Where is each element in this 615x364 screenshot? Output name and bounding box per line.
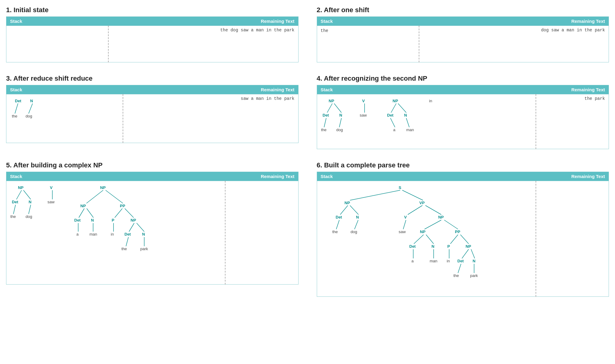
svg-text:Det: Det [323, 113, 329, 117]
row-3: 5. After building a complex NP Stack Rem… [6, 161, 609, 300]
svg-text:NP: NP [393, 99, 398, 103]
svg-text:Det: Det [387, 113, 394, 117]
section-5-table: Stack Remaining Text NP V [6, 172, 299, 285]
section-2: 2. After one shift Stack Remaining Text … [317, 6, 609, 62]
svg-line-3 [29, 103, 33, 114]
svg-text:man: man [430, 259, 437, 263]
svg-text:in: in [429, 99, 432, 103]
row-2: 3. After reduce shift reduce Stack Remai… [6, 75, 609, 152]
svg-text:the: the [453, 273, 459, 278]
svg-text:N: N [29, 200, 31, 204]
svg-text:dog: dog [26, 214, 32, 219]
svg-text:the: the [12, 114, 17, 118]
s2-stack-header: Stack [317, 17, 419, 26]
s5-remaining-cell [225, 181, 298, 285]
svg-line-68 [350, 190, 400, 200]
section-5-title: 5. After building a complex NP [6, 161, 299, 169]
s4-stack-cell: NP V NP in Det N [317, 94, 536, 149]
svg-line-73 [350, 205, 358, 215]
svg-line-24 [390, 118, 395, 127]
svg-line-90 [414, 235, 424, 244]
svg-line-26 [406, 118, 409, 127]
section-3-table: Stack Remaining Text Det N [6, 85, 299, 143]
svg-line-99 [460, 235, 469, 244]
s6-stack-header: Stack [317, 172, 536, 181]
s5-stack-cell: NP V NP Det N [6, 181, 225, 285]
svg-line-10 [327, 103, 332, 113]
section-4: 4. After recognizing the second NP Stack… [317, 75, 609, 149]
svg-text:N: N [142, 232, 145, 236]
main-container: 1. Initial state Stack Remaining Text th… [6, 6, 609, 300]
s4-stack-header: Stack [317, 85, 536, 94]
section-3: 3. After reduce shift reduce Stack Remai… [6, 75, 299, 149]
svg-line-22 [339, 118, 341, 127]
s4-remaining-header: Remaining Text [536, 85, 609, 94]
svg-text:P: P [447, 244, 450, 249]
svg-text:NP: NP [438, 215, 444, 219]
svg-line-41 [86, 190, 103, 203]
s6-stack-cell: S NP VP Det N [317, 181, 536, 297]
svg-text:in: in [111, 232, 114, 236]
s1-stack-header: Stack [6, 17, 109, 26]
svg-text:man: man [406, 128, 414, 132]
svg-line-78 [355, 220, 358, 229]
svg-line-98 [450, 235, 458, 244]
svg-text:a: a [76, 232, 79, 236]
s3-stack-cell: Det N the dog [6, 94, 123, 143]
svg-line-72 [340, 205, 348, 215]
s1-remaining-header: Remaining Text [108, 17, 298, 26]
svg-line-42 [106, 190, 123, 203]
svg-text:the: the [121, 247, 127, 251]
svg-text:man: man [89, 232, 97, 236]
section-1-table: Stack Remaining Text the dog saw a man i… [6, 16, 299, 62]
svg-text:the: the [321, 128, 327, 132]
s1-stack-cell [6, 26, 109, 62]
svg-text:N: N [91, 218, 94, 222]
svg-text:S: S [399, 185, 401, 190]
svg-text:Det: Det [124, 232, 131, 236]
svg-text:saw: saw [399, 229, 406, 234]
svg-line-31 [16, 190, 22, 199]
svg-line-108 [458, 264, 461, 273]
s3-remaining-header: Remaining Text [123, 85, 298, 94]
svg-line-17 [398, 103, 406, 113]
svg-line-59 [129, 223, 134, 232]
s3-remaining-cell: saw a man in the park [123, 94, 298, 143]
svg-text:V: V [362, 99, 365, 103]
svg-line-86 [425, 220, 441, 229]
svg-text:NP: NP [344, 201, 350, 205]
s4-remaining-cell: the park [536, 94, 609, 149]
svg-line-69 [402, 190, 423, 200]
svg-text:V: V [50, 185, 53, 190]
svg-line-84 [403, 220, 406, 229]
svg-text:the: the [332, 229, 338, 234]
svg-line-91 [426, 235, 434, 244]
svg-text:park: park [140, 247, 148, 251]
svg-line-20 [324, 118, 326, 127]
s5-tree-svg: NP V NP Det N [9, 184, 167, 281]
svg-text:N: N [339, 113, 342, 117]
svg-text:dog: dog [336, 128, 343, 132]
svg-text:Det: Det [336, 215, 342, 219]
svg-text:saw: saw [47, 200, 55, 204]
svg-line-60 [137, 223, 144, 232]
svg-line-2 [15, 103, 18, 114]
svg-line-81 [425, 205, 441, 215]
svg-text:NP: NP [131, 218, 136, 222]
svg-text:VP: VP [419, 201, 425, 205]
section-1: 1. Initial state Stack Remaining Text th… [6, 6, 299, 62]
svg-text:dog: dog [26, 114, 32, 118]
svg-text:in: in [447, 259, 450, 263]
s6-tree-svg: S NP VP Det N [320, 184, 478, 293]
svg-line-32 [23, 190, 31, 199]
svg-text:park: park [470, 273, 478, 278]
svg-text:PP: PP [120, 204, 125, 208]
svg-line-54 [125, 208, 134, 218]
svg-text:N: N [356, 215, 359, 219]
svg-text:Det: Det [15, 99, 22, 103]
svg-text:Det: Det [74, 218, 81, 222]
svg-text:dog: dog [351, 229, 357, 234]
svg-text:PP: PP [455, 229, 460, 234]
svg-text:Det: Det [457, 259, 464, 263]
section-6-table: Stack Remaining Text S [317, 172, 609, 297]
